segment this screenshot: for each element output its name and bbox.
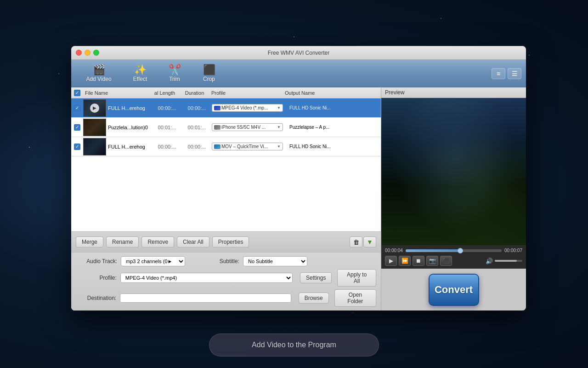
row-2-duration: 00:01:... <box>182 125 212 130</box>
row-2-check[interactable] <box>71 124 83 131</box>
browse-button[interactable]: Browse <box>299 293 329 304</box>
row-1-orig: 00:00:... <box>152 105 182 111</box>
preview-scene <box>381 98 526 245</box>
camera-icon: 📷 <box>429 258 436 264</box>
col-profile: Profile <box>209 90 283 96</box>
window-title: Free WMV AVI Converter <box>268 50 329 56</box>
apply-to-all-button[interactable]: Apply to All <box>337 269 376 287</box>
row-2-orig: 00:01:... <box>152 125 182 130</box>
progress-track[interactable] <box>406 249 502 252</box>
add-video-bottom-button[interactable]: Add Video to the Program <box>209 334 379 356</box>
row-2-profile-arrow: ▼ <box>277 125 281 129</box>
rename-button[interactable]: Rename <box>106 236 139 247</box>
effect-button[interactable]: ✨ Effect <box>124 63 156 85</box>
iphone-icon <box>214 125 220 130</box>
add-video-label: Add Video <box>86 76 111 82</box>
effect-label: Effect <box>133 76 147 82</box>
table-row[interactable]: FULL H...erehog 00:00:... 00:00:... MOV … <box>71 137 381 156</box>
row-3-profile-text: MOV – QuickTime Vi... <box>221 144 276 149</box>
volume-track[interactable] <box>495 260 522 262</box>
row-3-duration: 00:00:... <box>182 144 212 150</box>
file-list-empty-area <box>71 156 381 231</box>
row-2-profile[interactable]: iPhone 5S/5C M4V ... ▼ <box>212 123 288 131</box>
file-list-area: File Name al Length Duration Profile Out… <box>71 87 381 310</box>
crop-button[interactable]: ⬛ Crop <box>193 63 225 85</box>
progress-thumb <box>458 248 463 253</box>
row-2-profile-dropdown[interactable]: iPhone 5S/5C M4V ... ▼ <box>212 123 283 131</box>
row-1-profile-dropdown[interactable]: MPEG-4 Video (*.mp... ▼ <box>212 104 283 112</box>
row-3-check[interactable] <box>71 144 83 150</box>
row-1-check[interactable] <box>71 105 83 111</box>
row-1-duration: 00:00:... <box>182 105 212 111</box>
list-view-icon: ≡ <box>497 70 500 77</box>
row-1-thumbnail: ▶ <box>83 99 106 117</box>
minimize-button[interactable] <box>85 50 90 56</box>
row-3-checkbox[interactable] <box>74 144 80 150</box>
fullscreen-button[interactable]: ⬛ <box>440 256 452 266</box>
open-folder-button[interactable]: Open Folder <box>334 289 376 307</box>
destination-input[interactable] <box>120 293 291 303</box>
play-icon: ▶ <box>389 258 393 264</box>
volume-fill <box>495 260 517 262</box>
action-buttons-bar: Merge Rename Remove Clear All Properties… <box>71 231 381 252</box>
list-view-button[interactable]: ≡ <box>492 68 505 79</box>
subtitle-select[interactable]: No Subtitle <box>243 256 307 266</box>
mov-icon <box>214 144 220 149</box>
convert-button[interactable]: Convert <box>429 274 479 306</box>
col-orig-length: al Length <box>150 90 180 96</box>
profile-select[interactable]: MPEG-4 Video (*.mp4) <box>120 273 293 283</box>
volume-icon: 🔊 <box>486 258 493 264</box>
table-row[interactable]: Puzzlela...lution)0 00:01:... 00:01:... … <box>71 118 381 137</box>
row-1-checkbox[interactable] <box>74 105 80 111</box>
stop-button[interactable]: ⏹ <box>413 256 424 266</box>
table-header: File Name al Length Duration Profile Out… <box>71 87 381 98</box>
add-video-icon: 🎬 <box>93 65 105 75</box>
merge-button[interactable]: Merge <box>76 236 103 247</box>
main-content: File Name al Length Duration Profile Out… <box>71 87 526 310</box>
effect-icon: ✨ <box>134 65 147 75</box>
trim-label: Trim <box>169 76 180 82</box>
row-3-profile-dropdown[interactable]: MOV – QuickTime Vi... ▼ <box>212 143 283 150</box>
close-button[interactable] <box>76 50 82 56</box>
current-time: 00:00:04 <box>385 248 403 253</box>
clear-all-button[interactable]: Clear All <box>177 236 209 247</box>
download-icon-button[interactable]: ▼ <box>363 236 376 247</box>
fast-forward-button[interactable]: ⏩ <box>399 256 411 266</box>
col-duration: Duration <box>180 90 209 96</box>
row-1-filename: FULL H...erehog <box>106 105 152 111</box>
row-3-filename: FULL H...erehog <box>106 144 152 150</box>
trim-icon: ✂️ <box>169 65 181 75</box>
preview-panel: Preview 00:00:04 00:00:07 ▶ <box>381 87 526 310</box>
row-3-output: FULL HD Sonic Ni... <box>288 144 381 149</box>
crop-label: Crop <box>203 76 215 82</box>
audio-track-select[interactable]: mp3 2 channels (0► <box>121 256 185 266</box>
menu-view-icon: ☰ <box>512 70 518 77</box>
row-3-profile[interactable]: MOV – QuickTime Vi... ▼ <box>212 143 288 150</box>
row-1-profile[interactable]: MPEG-4 Video (*.mp... ▼ <box>212 104 288 112</box>
fast-forward-icon: ⏩ <box>401 258 408 264</box>
remove-button[interactable]: Remove <box>141 236 174 247</box>
select-all-checkbox[interactable] <box>74 90 80 96</box>
row-2-checkbox[interactable] <box>74 124 80 131</box>
settings-button[interactable]: Settings <box>300 272 332 283</box>
maximize-button[interactable] <box>93 50 99 56</box>
properties-button[interactable]: Properties <box>212 236 249 247</box>
preview-label: Preview <box>381 87 526 98</box>
subtitle-section: Subtitle: No Subtitle <box>198 256 307 266</box>
delete-icon-button[interactable]: 🗑 <box>350 236 362 247</box>
preview-controls: 00:00:04 00:00:07 ▶ ⏩ ⏹ <box>381 245 526 269</box>
trim-button[interactable]: ✂️ Trim <box>158 63 191 85</box>
traffic-lights <box>76 50 99 56</box>
play-button[interactable]: ▶ <box>385 256 397 266</box>
add-video-button[interactable]: 🎬 Add Video <box>76 63 122 85</box>
total-time: 00:00:07 <box>504 248 522 253</box>
row-1-output: FULL HD Sonic Ni... <box>288 105 381 110</box>
add-video-bottom-label: Add Video to the Program <box>252 341 336 349</box>
table-row[interactable]: ▶ FULL H...erehog 00:00:... 00:00:... MP… <box>71 98 381 118</box>
main-window: Free WMV AVI Converter 🎬 Add Video ✨ Eff… <box>71 46 526 310</box>
destination-row: Destination: Browse Open Folder <box>76 289 376 307</box>
menu-view-button[interactable]: ☰ <box>508 68 521 79</box>
screenshot-button[interactable]: 📷 <box>426 256 438 266</box>
fullscreen-icon: ⬛ <box>443 258 450 264</box>
volume-control: 🔊 <box>486 258 522 264</box>
